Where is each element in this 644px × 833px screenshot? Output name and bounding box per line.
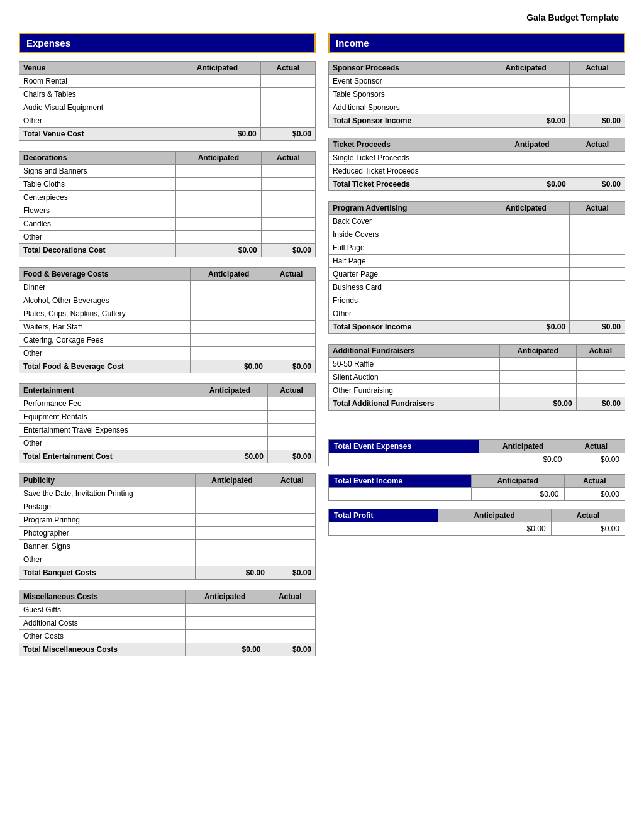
row-actual[interactable] bbox=[261, 204, 315, 218]
row-anticipated[interactable] bbox=[196, 487, 269, 500]
income-column: Income Sponsor Proceeds Anticipated Actu… bbox=[328, 33, 625, 543]
row-anticipated[interactable] bbox=[482, 215, 570, 228]
publicity-header: Publicity bbox=[19, 474, 196, 487]
row-actual[interactable] bbox=[260, 75, 315, 88]
row-anticipated[interactable] bbox=[191, 321, 267, 334]
row-actual[interactable] bbox=[576, 384, 625, 397]
row-anticipated[interactable] bbox=[499, 371, 576, 384]
row-actual[interactable] bbox=[260, 101, 315, 114]
food-beverage-actual-header: Actual bbox=[267, 268, 315, 281]
row-anticipated[interactable] bbox=[174, 114, 261, 128]
row-actual[interactable] bbox=[267, 411, 315, 424]
row-actual[interactable] bbox=[261, 178, 315, 191]
row-actual[interactable] bbox=[267, 424, 315, 437]
row-anticipated[interactable] bbox=[192, 437, 268, 450]
row-actual[interactable] bbox=[576, 371, 625, 384]
row-actual[interactable] bbox=[570, 255, 625, 268]
row-actual[interactable] bbox=[570, 228, 625, 241]
row-anticipated[interactable] bbox=[174, 101, 261, 114]
row-actual[interactable] bbox=[267, 397, 315, 411]
row-actual[interactable] bbox=[261, 191, 315, 204]
row-actual[interactable] bbox=[265, 630, 315, 643]
row-actual[interactable] bbox=[267, 294, 315, 307]
row-actual[interactable] bbox=[570, 152, 625, 165]
row-actual[interactable] bbox=[570, 241, 625, 255]
row-actual[interactable] bbox=[260, 114, 315, 128]
table-row: Audio Visual Equipment bbox=[19, 101, 316, 114]
row-actual[interactable] bbox=[570, 75, 625, 88]
additional-fundraisers-total-label: Total Additional Fundraisers bbox=[329, 397, 500, 411]
row-anticipated[interactable] bbox=[175, 165, 261, 178]
row-actual[interactable] bbox=[261, 165, 315, 178]
row-anticipated[interactable] bbox=[192, 411, 268, 424]
row-actual[interactable] bbox=[570, 101, 625, 114]
row-anticipated[interactable] bbox=[191, 281, 267, 294]
row-actual[interactable] bbox=[267, 281, 315, 294]
row-anticipated[interactable] bbox=[185, 604, 265, 617]
row-actual[interactable] bbox=[269, 514, 315, 527]
row-anticipated[interactable] bbox=[482, 88, 570, 101]
row-anticipated[interactable] bbox=[494, 165, 570, 178]
row-actual[interactable] bbox=[570, 294, 625, 307]
row-actual[interactable] bbox=[576, 358, 625, 371]
row-actual[interactable] bbox=[261, 231, 315, 244]
row-anticipated[interactable] bbox=[482, 101, 570, 114]
row-anticipated[interactable] bbox=[482, 281, 570, 294]
row-actual[interactable] bbox=[267, 321, 315, 334]
row-actual[interactable] bbox=[269, 553, 315, 566]
row-actual[interactable] bbox=[570, 268, 625, 281]
row-anticipated[interactable] bbox=[482, 241, 570, 255]
row-anticipated[interactable] bbox=[192, 424, 268, 437]
total-profit-anticipated-header: Anticipated bbox=[438, 509, 551, 522]
row-actual[interactable] bbox=[267, 307, 315, 321]
row-anticipated[interactable] bbox=[196, 500, 269, 514]
row-anticipated[interactable] bbox=[499, 384, 576, 397]
row-actual[interactable] bbox=[269, 540, 315, 553]
row-actual[interactable] bbox=[570, 215, 625, 228]
row-actual[interactable] bbox=[570, 307, 625, 321]
row-anticipated[interactable] bbox=[191, 307, 267, 321]
row-anticipated[interactable] bbox=[482, 268, 570, 281]
row-anticipated[interactable] bbox=[499, 358, 576, 371]
row-anticipated[interactable] bbox=[191, 334, 267, 347]
row-anticipated[interactable] bbox=[175, 218, 261, 231]
row-anticipated[interactable] bbox=[191, 347, 267, 360]
row-anticipated[interactable] bbox=[196, 514, 269, 527]
row-actual[interactable] bbox=[261, 218, 315, 231]
row-actual[interactable] bbox=[570, 165, 625, 178]
row-actual[interactable] bbox=[269, 487, 315, 500]
row-actual[interactable] bbox=[570, 281, 625, 294]
row-actual[interactable] bbox=[265, 604, 315, 617]
row-anticipated[interactable] bbox=[192, 397, 268, 411]
row-anticipated[interactable] bbox=[175, 191, 261, 204]
row-anticipated[interactable] bbox=[196, 540, 269, 553]
row-anticipated[interactable] bbox=[175, 231, 261, 244]
row-anticipated[interactable] bbox=[494, 152, 570, 165]
row-actual[interactable] bbox=[267, 347, 315, 360]
row-anticipated[interactable] bbox=[174, 75, 261, 88]
row-anticipated[interactable] bbox=[482, 294, 570, 307]
row-anticipated[interactable] bbox=[196, 527, 269, 540]
row-anticipated[interactable] bbox=[175, 178, 261, 191]
row-anticipated[interactable] bbox=[174, 88, 261, 101]
row-anticipated[interactable] bbox=[185, 617, 265, 630]
table-row: Reduced Ticket Proceeds bbox=[329, 165, 625, 178]
row-anticipated[interactable] bbox=[482, 255, 570, 268]
table-row: Banner, Signs bbox=[19, 540, 316, 553]
row-actual[interactable] bbox=[269, 527, 315, 540]
row-actual[interactable] bbox=[267, 334, 315, 347]
food-beverage-total-label: Total Food & Beverage Cost bbox=[19, 360, 191, 373]
row-actual[interactable] bbox=[267, 437, 315, 450]
row-actual[interactable] bbox=[570, 88, 625, 101]
row-anticipated[interactable] bbox=[185, 630, 265, 643]
entertainment-total-anticipated: $0.00 bbox=[192, 450, 268, 463]
row-actual[interactable] bbox=[269, 500, 315, 514]
row-anticipated[interactable] bbox=[196, 553, 269, 566]
row-anticipated[interactable] bbox=[482, 228, 570, 241]
row-anticipated[interactable] bbox=[482, 75, 570, 88]
row-anticipated[interactable] bbox=[175, 204, 261, 218]
row-anticipated[interactable] bbox=[191, 294, 267, 307]
row-anticipated[interactable] bbox=[482, 307, 570, 321]
row-actual[interactable] bbox=[265, 617, 315, 630]
row-actual[interactable] bbox=[260, 88, 315, 101]
